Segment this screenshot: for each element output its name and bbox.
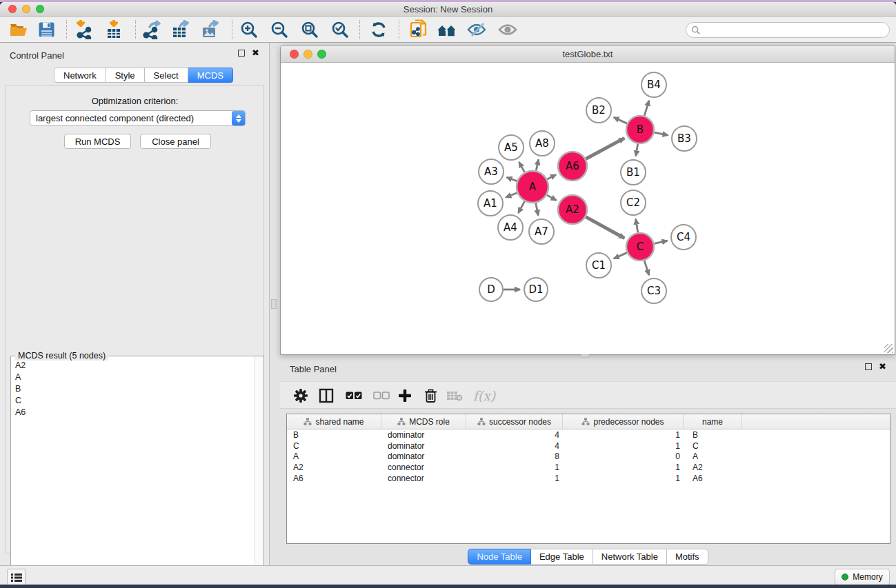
mcds-scrollbar[interactable] bbox=[255, 356, 263, 585]
tab-network[interactable]: Network bbox=[54, 68, 106, 83]
import-network-icon[interactable] bbox=[72, 19, 96, 40]
window-resize-grip[interactable] bbox=[884, 344, 893, 353]
table-row[interactable]: A6connector11A6 bbox=[287, 473, 890, 484]
table-cell[interactable]: dominator bbox=[381, 452, 466, 461]
graph-edge-C-C3[interactable] bbox=[644, 261, 649, 275]
mcds-result-item[interactable]: C bbox=[12, 394, 254, 406]
graph-node-D1[interactable]: D1 bbox=[524, 278, 548, 301]
table-cell[interactable]: dominator bbox=[381, 430, 466, 440]
column-header-shared-name[interactable]: shared name bbox=[287, 414, 381, 429]
table-cell[interactable]: 4 bbox=[466, 441, 563, 451]
column-header-name[interactable]: name bbox=[684, 414, 742, 429]
close-panel-button[interactable]: Close panel bbox=[140, 134, 211, 149]
delete-column-trash-icon[interactable] bbox=[420, 386, 441, 405]
graph-node-C4[interactable]: C4 bbox=[671, 225, 696, 250]
graph-edge-A-A2[interactable] bbox=[547, 195, 557, 201]
save-icon[interactable] bbox=[34, 19, 58, 40]
table-row[interactable]: Bdominator41B bbox=[287, 429, 890, 440]
graph-node-D[interactable]: D bbox=[479, 278, 503, 301]
zoom-fit-icon[interactable] bbox=[298, 19, 321, 40]
column-header-successor-nodes[interactable]: successor nodes bbox=[466, 414, 563, 429]
table-cell[interactable]: 0 bbox=[563, 452, 684, 461]
table-cell[interactable]: dominator bbox=[381, 441, 466, 451]
zoom-out-icon[interactable] bbox=[268, 19, 291, 40]
float-table-panel-icon[interactable] bbox=[865, 363, 872, 370]
network-graph[interactable]: B4B2BB3A5A8A6B1A3AC2A1A2A4A7C4CC1C3DD1 bbox=[281, 63, 895, 354]
graph-node-B[interactable]: B bbox=[626, 116, 654, 143]
graph-node-A5[interactable]: A5 bbox=[499, 135, 524, 160]
table-cell[interactable]: B bbox=[287, 430, 381, 440]
graph-node-A8[interactable]: A8 bbox=[530, 131, 555, 156]
graph-node-A1[interactable]: A1 bbox=[478, 191, 503, 216]
table-cell[interactable]: A bbox=[684, 452, 742, 461]
show-column-icon[interactable] bbox=[316, 386, 337, 405]
graph-node-B2[interactable]: B2 bbox=[586, 98, 611, 123]
table-row[interactable]: Cdominator41C bbox=[287, 440, 890, 452]
table-row[interactable]: Adominator80A bbox=[287, 452, 890, 463]
graph-node-B3[interactable]: B3 bbox=[672, 126, 697, 151]
graph-node-B4[interactable]: B4 bbox=[641, 72, 666, 97]
add-column-icon[interactable] bbox=[395, 386, 415, 405]
graph-node-A7[interactable]: A7 bbox=[529, 219, 554, 244]
graph-edge-A-A8[interactable] bbox=[536, 159, 539, 170]
graph-node-A4[interactable]: A4 bbox=[498, 215, 523, 240]
graph-edge-B-B1[interactable] bbox=[636, 144, 638, 156]
graph-node-A[interactable]: A bbox=[517, 171, 548, 203]
export-network-icon[interactable] bbox=[140, 19, 163, 40]
tab-style[interactable]: Style bbox=[106, 68, 145, 83]
tab-network-table[interactable]: Network Table bbox=[593, 549, 667, 565]
graph-node-C[interactable]: C bbox=[626, 233, 654, 261]
graph-edge-B-B4[interactable] bbox=[644, 101, 649, 116]
table-cell[interactable]: A bbox=[287, 452, 381, 461]
close-table-panel-icon[interactable]: ✖ bbox=[879, 363, 886, 370]
graph-edge-B-B3[interactable] bbox=[655, 132, 668, 135]
table-cell[interactable]: 1 bbox=[466, 463, 563, 472]
tab-mcds[interactable]: MCDS bbox=[188, 68, 233, 83]
table-cell[interactable]: 1 bbox=[563, 474, 684, 483]
graph-edge-A-A5[interactable] bbox=[519, 162, 524, 172]
task-history-button[interactable] bbox=[7, 569, 26, 585]
tab-edge-table[interactable]: Edge Table bbox=[531, 549, 593, 565]
graph-edge-A-A7[interactable] bbox=[536, 203, 539, 216]
mcds-result-item[interactable]: B bbox=[12, 383, 254, 394]
column-header-MCDS-role[interactable]: MCDS role bbox=[381, 414, 466, 429]
graph-node-A3[interactable]: A3 bbox=[479, 159, 504, 184]
criterion-select[interactable]: largest connected component (directed) bbox=[30, 110, 246, 126]
search-field[interactable] bbox=[686, 22, 890, 38]
tab-motifs[interactable]: Motifs bbox=[667, 549, 708, 565]
deselect-all-checkboxes-icon[interactable] bbox=[371, 386, 392, 405]
select-all-checkboxes-icon[interactable] bbox=[344, 386, 364, 405]
new-network-from-selection-icon[interactable] bbox=[407, 19, 430, 40]
zoom-selected-icon[interactable] bbox=[328, 19, 352, 40]
mcds-result-item[interactable]: A6 bbox=[12, 406, 254, 418]
table-cell[interactable]: 1 bbox=[466, 474, 563, 483]
table-cell[interactable]: A2 bbox=[684, 463, 742, 472]
graph-node-C2[interactable]: C2 bbox=[621, 190, 646, 215]
table-cell[interactable]: 8 bbox=[466, 452, 563, 461]
first-neighbors-icon[interactable] bbox=[435, 19, 459, 40]
table-cell[interactable]: 1 bbox=[563, 430, 684, 440]
tab-select[interactable]: Select bbox=[145, 68, 188, 83]
graph-edge-A-A6[interactable] bbox=[547, 174, 556, 179]
graph-edge-A6-B[interactable] bbox=[586, 138, 624, 159]
table-cell[interactable]: connector bbox=[381, 474, 466, 483]
open-folder-icon[interactable] bbox=[7, 19, 30, 40]
graph-edge-C-C1[interactable] bbox=[614, 253, 627, 259]
tab-node-table[interactable]: Node Table bbox=[468, 549, 531, 565]
export-image-icon[interactable] bbox=[199, 19, 222, 40]
graph-node-A2[interactable]: A2 bbox=[558, 195, 587, 224]
graph-edge-A-A4[interactable] bbox=[518, 201, 524, 213]
table-cell[interactable]: A6 bbox=[287, 474, 381, 483]
splitter-grip[interactable] bbox=[271, 299, 277, 309]
column-header-predecessor-nodes[interactable]: predecessor nodes bbox=[563, 414, 684, 429]
graph-edge-A-A1[interactable] bbox=[506, 193, 517, 197]
settings-gear-icon[interactable] bbox=[290, 386, 311, 405]
table-cell[interactable]: 1 bbox=[563, 441, 684, 451]
graph-edge-C-C2[interactable] bbox=[636, 219, 638, 233]
table-cell[interactable]: connector bbox=[381, 463, 466, 472]
graph-node-A6[interactable]: A6 bbox=[558, 152, 587, 181]
show-all-eye-icon[interactable] bbox=[496, 19, 519, 40]
mcds-result-item[interactable]: A bbox=[12, 371, 254, 383]
graph-edge-A2-C[interactable] bbox=[586, 217, 624, 239]
table-row[interactable]: A2connector11A2 bbox=[287, 462, 890, 473]
